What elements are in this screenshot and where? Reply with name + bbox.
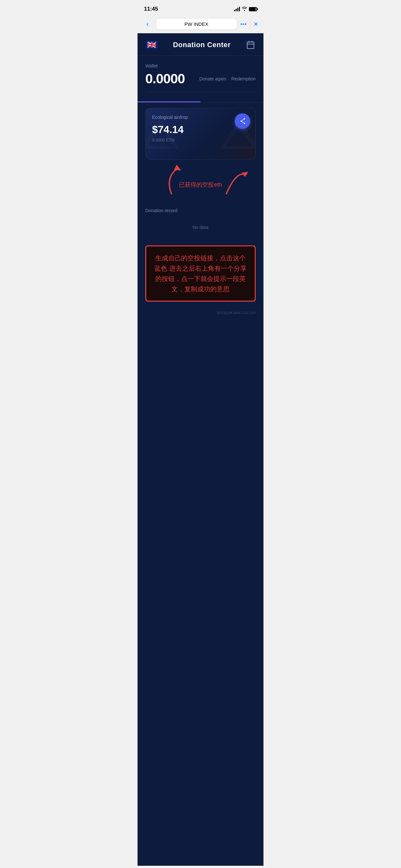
tabs-container [137, 92, 264, 103]
card-carousel: Ecological airdrop $74.14 0.3000 ETH [137, 103, 264, 165]
tab-item-2[interactable] [201, 92, 264, 102]
app-content: 🇬🇧 Donation Center Wallet 0.0000 Donate … [137, 33, 264, 866]
share-network-icon [239, 117, 246, 125]
page-title: Donation Center [173, 41, 231, 49]
svg-rect-0 [247, 42, 254, 49]
wallet-amount: 0.0000 [145, 71, 185, 87]
app-header: 🇬🇧 Donation Center [137, 33, 264, 56]
url-text: PW INDEX [184, 21, 208, 27]
svg-marker-14 [174, 165, 181, 170]
wallet-row: 0.0000 Donate again Redemption [145, 71, 256, 87]
svg-line-12 [242, 121, 244, 123]
donation-record-section: Donation record No data [137, 200, 264, 240]
calendar-icon [246, 40, 255, 50]
more-options-button[interactable]: ••• [241, 21, 247, 27]
annotation-box: 生成自己的空投链接，点击这个蓝色 进去之后右上角有一个分享的按钮，点一下就会提示… [145, 245, 256, 302]
calendar-button[interactable] [245, 40, 256, 50]
airdrop-card: Ecological airdrop $74.14 0.3000 ETH [145, 108, 256, 159]
watermark: 首码项目网 www.E318.com [137, 307, 264, 316]
bottom-nav [137, 866, 264, 868]
uk-flag-icon: 🇬🇧 [145, 40, 158, 50]
back-button[interactable]: ‹ [143, 20, 152, 28]
wallet-section: Wallet 0.0000 Donate again Redemption [137, 56, 264, 92]
url-bar[interactable]: PW INDEX [156, 19, 237, 29]
svg-line-11 [242, 119, 244, 121]
annotation-text-overlay: 已获得的空投eth [179, 181, 222, 189]
battery-icon [249, 7, 257, 11]
nav-divider: | [249, 21, 251, 27]
nav-actions: ••• | ✕ [241, 21, 258, 28]
wallet-actions: Donate again Redemption [199, 76, 256, 82]
tab-item-1[interactable] [137, 92, 201, 102]
annotation-box-text: 生成自己的空投链接，点击这个蓝色 进去之后右上角有一个分享的按钮，点一下就会提示… [153, 253, 248, 294]
donation-record-label: Donation record [145, 208, 256, 213]
svg-point-13 [241, 121, 242, 121]
annotation-label: 已获得的空投eth [179, 182, 222, 188]
status-time: 11:45 [144, 6, 158, 12]
status-icons [234, 6, 257, 12]
redemption-button[interactable]: Redemption [232, 76, 256, 82]
language-flag[interactable]: 🇬🇧 [145, 40, 158, 50]
browser-nav: ‹ PW INDEX ••• | ✕ [137, 16, 264, 33]
share-button[interactable] [235, 113, 250, 129]
annotation-arrows: 已获得的空投eth [145, 165, 256, 200]
wallet-label: Wallet [145, 63, 256, 68]
wifi-icon [242, 6, 247, 12]
watermark-text: 首码项目网 www.E318.com [216, 311, 256, 314]
status-bar: 11:45 [137, 0, 264, 16]
svg-point-9 [244, 118, 245, 120]
signal-icon [234, 7, 240, 11]
donate-again-button[interactable]: Donate again [199, 76, 226, 82]
close-button[interactable]: ✕ [253, 21, 258, 28]
svg-point-10 [244, 123, 245, 124]
no-data-text: No data [145, 218, 256, 237]
